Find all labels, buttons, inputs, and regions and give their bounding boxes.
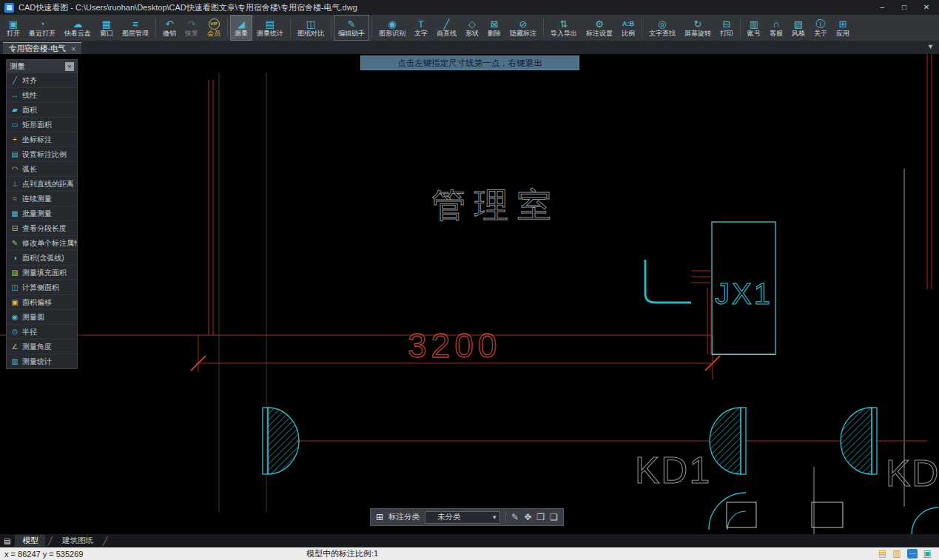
headset-icon: ∩ (773, 18, 779, 30)
document-tab-active[interactable]: 专用宿舍楼-电气 × (3, 42, 81, 54)
palette-item-area[interactable]: ▰面积 (7, 102, 77, 117)
toolbar-button-annotation-settings[interactable]: ⚙标注设置 (582, 15, 617, 41)
undo-icon: ↶ (166, 18, 174, 30)
tabbar-chevron-icon[interactable]: ▼ (927, 43, 934, 50)
main-toolbar: ▣打开 ◔最近打开 ☁快看云盘 ▦窗口 ≡图层管理 ↶撤销 ↷恢复 VIP会员 … (0, 15, 939, 41)
import-export-icon: ⇅ (560, 18, 568, 30)
folder-icon[interactable]: ▤ (878, 549, 886, 559)
linear-icon: ↔ (10, 91, 19, 99)
category-color-swatch (428, 514, 434, 521)
palette-close-button[interactable]: × (65, 62, 74, 71)
toolbar-button-drawing-compare[interactable]: ◫图纸对比 (293, 15, 329, 41)
palette-item-measure-angle[interactable]: ∠测量角度 (7, 339, 77, 354)
toolbar-button-recent-open[interactable]: ◔最近打开 (24, 15, 60, 41)
palette-header[interactable]: 测量 × (7, 60, 77, 72)
toolbar-button-delete[interactable]: ⊠删除 (483, 15, 505, 41)
paste-category-icon[interactable]: ❏ (550, 512, 558, 522)
palette-item-arc-length[interactable]: ◠弧长 (7, 161, 77, 176)
annbar-separator (505, 511, 506, 523)
info-icon: ⓘ (816, 18, 826, 30)
toolbar-button-measure-stats[interactable]: ▤测量统计 (252, 15, 288, 41)
kd2-label: KD (886, 453, 939, 494)
toolbar-button-account[interactable]: ▥账号 (743, 15, 765, 41)
move-category-icon[interactable]: ✥ (524, 512, 531, 522)
toolbar-button-import-export[interactable]: ⇅导入导出 (546, 15, 582, 41)
sheet-tab-architecture[interactable]: 建筑图纸 (55, 535, 101, 547)
toolbar-button-undo[interactable]: ↶撤销 (158, 15, 181, 41)
cursor-coordinates: x = 86247 y = 535269 (4, 550, 306, 559)
area-arc-icon: ◑ (10, 254, 19, 262)
category-dropdown[interactable]: 未分类 ▼ (425, 511, 500, 524)
kd1-label: KD1 (635, 450, 711, 491)
refresh-icon[interactable]: ▣ (923, 549, 932, 559)
rename-category-icon[interactable]: ✎ (511, 512, 519, 522)
toolbar-button-layer-manager[interactable]: ≡图层管理 (118, 15, 153, 41)
palette-item-linear[interactable]: ↔线性 (7, 87, 77, 102)
palette-item-coordinate-annotation[interactable]: +坐标标注 (7, 132, 77, 146)
toolbar-button-apps[interactable]: ⊞应用 (832, 15, 854, 41)
dropdown-arrow-icon: ▼ (491, 514, 497, 521)
palette-item-radius[interactable]: ⊙半径 (7, 324, 77, 339)
print-icon: ⊟ (723, 18, 731, 30)
drawing-canvas[interactable]: 3200 管理室 JX1 (0, 54, 939, 534)
open-icon: ▣ (9, 18, 18, 30)
sheets-icon[interactable]: ▤ (4, 537, 10, 545)
modify-attr-icon: ✎ (10, 239, 19, 247)
toolbar-separator (642, 18, 642, 38)
toolbar-button-text[interactable]: T文字 (410, 15, 432, 41)
chat-icon[interactable]: ⋯ (907, 549, 918, 559)
toolbar-button-style[interactable]: ▧风格 (787, 15, 810, 41)
recent-open-icon: ◔ (39, 18, 45, 30)
palette-item-fill-area[interactable]: ▨测量填充面积 (7, 265, 77, 280)
maximize-button[interactable]: □ (893, 1, 915, 14)
toolbar-button-support[interactable]: ∩客服 (765, 15, 787, 41)
palette-item-area-offset[interactable]: ▣面积偏移 (7, 294, 77, 309)
toolbar-button-cloud-drive[interactable]: ☁快看云盘 (60, 15, 95, 41)
toolbar-button-shape-recognition[interactable]: ◉图形识别 (374, 15, 410, 41)
measure-stats-icon: ▥ (10, 357, 19, 365)
palette-item-align[interactable]: ╱对齐 (7, 72, 77, 87)
palette-item-rect-area[interactable]: ▭矩形面积 (7, 117, 77, 132)
palette-item-set-annotation-scale[interactable]: ▤设置标注比例 (7, 146, 77, 161)
area-offset-icon: ▣ (10, 298, 19, 306)
cad-drawing: 3200 管理室 JX1 (0, 54, 939, 534)
toolbar-button-draw-line[interactable]: ╱画直线 (432, 15, 461, 41)
palette-item-measure-stats[interactable]: ▥测量统计 (7, 354, 77, 368)
palette-item-continuous-measure[interactable]: ≈连续测量 (7, 191, 77, 206)
palette-item-batch-measure[interactable]: ▦批量测量 (7, 206, 77, 220)
category-selected: 未分类 (437, 512, 488, 522)
tab-close-icon[interactable]: × (71, 44, 75, 53)
point-line-distance-icon: ⊥ (10, 180, 19, 188)
toolbar-button-print[interactable]: ⊟打印 (716, 15, 738, 41)
toolbar-button-scale[interactable]: A:B比例 (617, 15, 639, 41)
sheet-tab-model[interactable]: 模型 (15, 535, 45, 547)
toolbar-button-measure[interactable]: ◢测量 (230, 15, 252, 41)
toolbar-button-vip[interactable]: VIP会员 (203, 15, 225, 41)
document-tab-label: 专用宿舍楼-电气 (9, 44, 66, 54)
toolbar-separator (227, 18, 228, 38)
toolbar-separator (740, 18, 741, 38)
measure-circle-icon: ◉ (10, 313, 19, 321)
annotation-scale-text: 模型中的标注比例:1 (306, 548, 878, 559)
close-button[interactable]: ✕ (915, 1, 938, 14)
toolbar-button-open[interactable]: ▣打开 (2, 15, 24, 41)
palette-item-area-with-arc[interactable]: ◑面积(含弧线) (7, 250, 77, 265)
palette-item-modify-annotation-attr[interactable]: ✎修改单个标注属性 (7, 235, 77, 250)
toolbar-button-window[interactable]: ▦窗口 (95, 15, 118, 41)
toolbar-button-screen-rotate[interactable]: ↻屏幕旋转 (680, 15, 716, 41)
toolbar-button-hide-annotations[interactable]: ⊘隐藏标注 (505, 15, 541, 41)
palette-item-segment-length[interactable]: ⊟查看分段长度 (7, 220, 77, 235)
palette-item-side-area[interactable]: ◫计算侧面积 (7, 280, 77, 294)
image-icon[interactable]: ▥ (892, 549, 901, 559)
toolbar-button-edit-assistant[interactable]: ✎编辑助手 (334, 15, 369, 41)
copy-category-icon[interactable]: ❐ (536, 512, 545, 522)
toolbar-button-text-search[interactable]: ◎文字查找 (644, 15, 680, 41)
minimize-button[interactable]: – (871, 1, 893, 14)
toolbar-button-about[interactable]: ⓘ关于 (810, 15, 832, 41)
palette-item-point-to-line-distance[interactable]: ⊥点到直线的距离 (7, 176, 77, 191)
style-icon: ▧ (794, 18, 803, 30)
palette-item-measure-circle[interactable]: ◉测量圆 (7, 309, 77, 324)
toolbar-button-shapes[interactable]: ◇形状 (461, 15, 483, 41)
batch-measure-icon: ▦ (10, 209, 19, 217)
coordinate-icon: + (10, 135, 19, 144)
